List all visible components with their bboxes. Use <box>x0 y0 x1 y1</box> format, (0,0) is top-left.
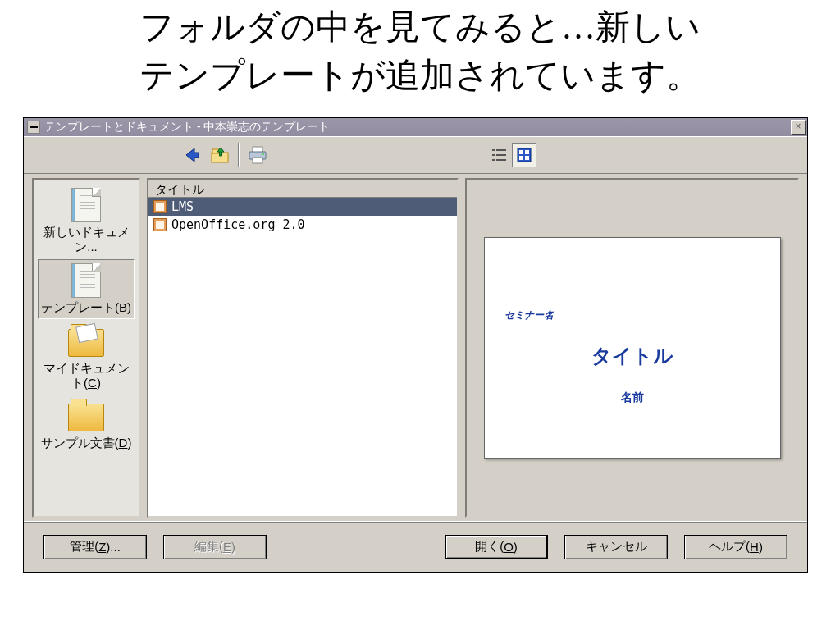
sidebar-item-label: テンプレート(B) <box>41 300 131 315</box>
svg-rect-8 <box>492 154 495 156</box>
svg-rect-11 <box>496 159 506 161</box>
template-file-icon <box>153 218 167 231</box>
open-button[interactable]: 開く(O) <box>445 535 548 559</box>
preview-title-label: タイトル <box>485 343 780 369</box>
sidebar-item-templates[interactable]: テンプレート(B) <box>38 259 135 319</box>
preview-view-button[interactable] <box>512 143 536 167</box>
sidebar-item-label: サンプル文書(D) <box>41 436 132 450</box>
svg-rect-15 <box>519 156 523 160</box>
sidebar-item-label: マイドキュメント(C) <box>39 361 133 390</box>
toolbar-separator <box>238 143 240 167</box>
template-icon <box>71 263 101 298</box>
slide-heading: フォルダの中を見てみると…新しい テンプレートが追加されています。 <box>0 0 840 100</box>
up-one-level-button[interactable] <box>206 141 234 169</box>
list-item-name: LMS <box>171 199 194 214</box>
svg-rect-10 <box>492 159 495 161</box>
list-item[interactable]: LMS <box>148 198 457 216</box>
svg-rect-7 <box>496 149 506 151</box>
sidebar-item-samples[interactable]: サンプル文書(D) <box>38 395 135 454</box>
templates-dialog: テンプレートとドキュメント - 中本崇志のテンプレート × <box>23 117 808 573</box>
folder-icon <box>68 404 104 431</box>
svg-rect-4 <box>253 158 262 163</box>
template-list: タイトル LMS OpenOffice.org 2.0 <box>147 178 459 518</box>
slide-heading-line1: フォルダの中を見てみると…新しい <box>139 8 701 46</box>
list-view-button[interactable] <box>487 143 512 167</box>
toolbar <box>24 136 807 174</box>
svg-rect-9 <box>496 154 506 156</box>
list-item[interactable]: OpenOffice.org 2.0 <box>148 216 457 234</box>
svg-rect-6 <box>492 149 495 151</box>
svg-rect-16 <box>525 156 529 160</box>
edit-button: 編集(E) <box>163 535 267 559</box>
document-icon <box>71 188 101 222</box>
folder-icon <box>68 329 104 357</box>
svg-rect-14 <box>525 150 529 154</box>
list-column-title[interactable]: タイトル <box>148 180 457 198</box>
sidebar-item-my-documents[interactable]: マイドキュメント(C) <box>38 321 135 394</box>
preview-name-label: 名前 <box>485 390 780 405</box>
dialog-button-row: 管理(Z)... 編集(E) 開く(O) キャンセル ヘルプ(H) <box>24 521 807 572</box>
system-menu-icon[interactable] <box>27 121 40 134</box>
template-file-icon <box>153 200 167 213</box>
close-button[interactable]: × <box>791 120 806 135</box>
manage-button[interactable]: 管理(Z)... <box>43 535 147 559</box>
print-button[interactable] <box>244 141 272 169</box>
titlebar[interactable]: テンプレートとドキュメント - 中本崇志のテンプレート × <box>24 118 807 136</box>
sidebar-item-label: 新しいドキュメン... <box>39 225 133 254</box>
slide-heading-line2: テンプレートが追加されています。 <box>139 57 701 94</box>
sidebar-item-new-document[interactable]: 新しいドキュメン... <box>38 185 135 258</box>
help-button[interactable]: ヘルプ(H) <box>684 535 788 559</box>
window-title: テンプレートとドキュメント - 中本崇志のテンプレート <box>44 120 330 135</box>
category-sidebar: 新しいドキュメン... テンプレート(B) マイドキュメント(C) サンプル文書… <box>32 178 140 518</box>
preview-slide: セミナー名 タイトル 名前 <box>484 237 781 459</box>
back-button[interactable] <box>178 141 206 169</box>
preview-seminar-label: セミナー名 <box>504 308 554 322</box>
svg-point-5 <box>262 153 264 155</box>
list-item-name: OpenOffice.org 2.0 <box>171 217 305 232</box>
svg-rect-13 <box>519 150 523 154</box>
cancel-button[interactable]: キャンセル <box>564 535 668 559</box>
preview-panel: セミナー名 タイトル 名前 <box>465 178 799 518</box>
